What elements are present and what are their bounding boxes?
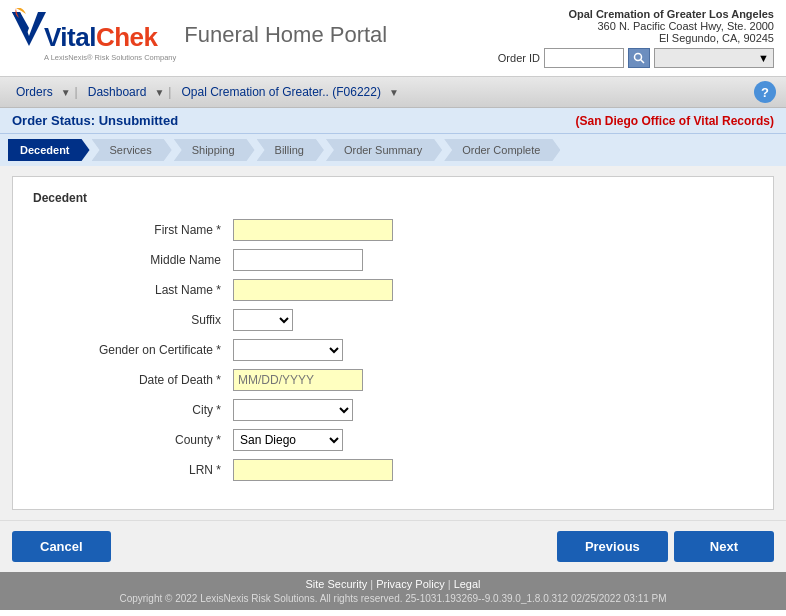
footer-buttons: Cancel Previous Next — [0, 520, 786, 572]
nav-orders[interactable]: Orders — [10, 83, 59, 101]
dod-row: Date of Death * — [33, 369, 753, 391]
first-name-row: First Name * — [33, 219, 753, 241]
nav-cremation[interactable]: Opal Cremation of Greater.. (F06222) — [175, 83, 386, 101]
header-right: Opal Cremation of Greater Los Angeles 36… — [498, 8, 774, 68]
privacy-policy-link[interactable]: Privacy Policy — [376, 578, 444, 590]
navbar: Orders ▼ | Dashboard ▼ | Opal Cremation … — [0, 77, 786, 108]
nav-dashboard[interactable]: Dashboard — [82, 83, 153, 101]
svg-marker-1 — [12, 12, 29, 36]
first-name-label: First Name * — [33, 223, 233, 237]
company-name: Opal Cremation of Greater Los Angeles — [568, 8, 774, 20]
next-button[interactable]: Next — [674, 531, 774, 562]
city-label: City * — [33, 403, 233, 417]
gender-select[interactable]: Male Female Unknown — [233, 339, 343, 361]
header-dropdown-button[interactable]: ▼ — [654, 48, 774, 68]
dod-label: Date of Death * — [33, 373, 233, 387]
county-select[interactable]: San Diego Los Angeles Orange — [233, 429, 343, 451]
previous-button[interactable]: Previous — [557, 531, 668, 562]
last-name-row: Last Name * — [33, 279, 753, 301]
last-name-input[interactable] — [233, 279, 393, 301]
footer-copyright: Copyright © 2022 LexisNexis Risk Solutio… — [12, 593, 774, 604]
lrn-input[interactable] — [233, 459, 393, 481]
suffix-label: Suffix — [33, 313, 233, 327]
search-icon — [633, 52, 645, 64]
order-id-label: Order ID — [498, 52, 540, 64]
middle-name-row: Middle Name — [33, 249, 753, 271]
logo-area: VitalChek A LexisNexis® Risk Solutions C… — [12, 8, 387, 62]
middle-name-input[interactable] — [233, 249, 363, 271]
step-services[interactable]: Services — [92, 139, 172, 161]
chek-text: Chek — [96, 22, 158, 53]
nav-dropdown-icon-2: ▼ — [154, 87, 164, 98]
page-footer: Site Security | Privacy Policy | Legal C… — [0, 572, 786, 610]
step-billing[interactable]: Billing — [257, 139, 324, 161]
steps-bar: Decedent Services Shipping Billing Order… — [0, 134, 786, 166]
gender-row: Gender on Certificate * Male Female Unkn… — [33, 339, 753, 361]
cancel-button[interactable]: Cancel — [12, 531, 111, 562]
section-box: Decedent First Name * Middle Name Last N… — [12, 176, 774, 510]
logo-tagline: A LexisNexis® Risk Solutions Company — [44, 53, 176, 62]
legal-link[interactable]: Legal — [454, 578, 481, 590]
status-office: (San Diego Office of Vital Records) — [576, 114, 774, 128]
suffix-row: Suffix Jr. Sr. II III IV — [33, 309, 753, 331]
status-bar: Order Status: Unsubmitted (San Diego Off… — [0, 108, 786, 134]
gender-label: Gender on Certificate * — [33, 343, 233, 357]
section-title: Decedent — [33, 191, 753, 205]
portal-title: Funeral Home Portal — [184, 22, 387, 48]
lrn-row: LRN * — [33, 459, 753, 481]
footer-links: Site Security | Privacy Policy | Legal — [12, 578, 774, 590]
help-button[interactable]: ? — [754, 81, 776, 103]
step-order-complete[interactable]: Order Complete — [444, 139, 560, 161]
svg-point-2 — [635, 54, 642, 61]
step-shipping[interactable]: Shipping — [174, 139, 255, 161]
nav-dropdown-icon: ▼ — [61, 87, 71, 98]
site-security-link[interactable]: Site Security — [305, 578, 367, 590]
first-name-input[interactable] — [233, 219, 393, 241]
city-row: City * San Diego Los Angeles San Francis… — [33, 399, 753, 421]
order-id-search-button[interactable] — [628, 48, 650, 68]
county-label: County * — [33, 433, 233, 447]
company-city: El Segundo, CA, 90245 — [498, 32, 774, 44]
suffix-select[interactable]: Jr. Sr. II III IV — [233, 309, 293, 331]
logo-icon — [12, 8, 46, 46]
middle-name-label: Middle Name — [33, 253, 233, 267]
header: VitalChek A LexisNexis® Risk Solutions C… — [0, 0, 786, 77]
lrn-label: LRN * — [33, 463, 233, 477]
last-name-label: Last Name * — [33, 283, 233, 297]
company-address: 360 N. Pacific Coast Hwy, Ste. 2000 — [498, 20, 774, 32]
main-content: Decedent First Name * Middle Name Last N… — [0, 166, 786, 520]
step-order-summary[interactable]: Order Summary — [326, 139, 442, 161]
vitalchek-logo: VitalChek A LexisNexis® Risk Solutions C… — [12, 8, 176, 62]
city-select[interactable]: San Diego Los Angeles San Francisco — [233, 399, 353, 421]
status-label: Order Status: Unsubmitted — [12, 113, 178, 128]
dropdown-arrow-icon: ▼ — [758, 52, 769, 64]
nav-buttons-group: Previous Next — [557, 531, 774, 562]
step-decedent[interactable]: Decedent — [8, 139, 90, 161]
dod-input[interactable] — [233, 369, 363, 391]
county-row: County * San Diego Los Angeles Orange — [33, 429, 753, 451]
svg-line-3 — [641, 60, 645, 64]
nav-separator-1: | — [75, 85, 78, 99]
vital-text: Vital — [44, 22, 96, 53]
nav-dropdown-icon-3: ▼ — [389, 87, 399, 98]
order-id-input[interactable] — [544, 48, 624, 68]
nav-separator-2: | — [168, 85, 171, 99]
